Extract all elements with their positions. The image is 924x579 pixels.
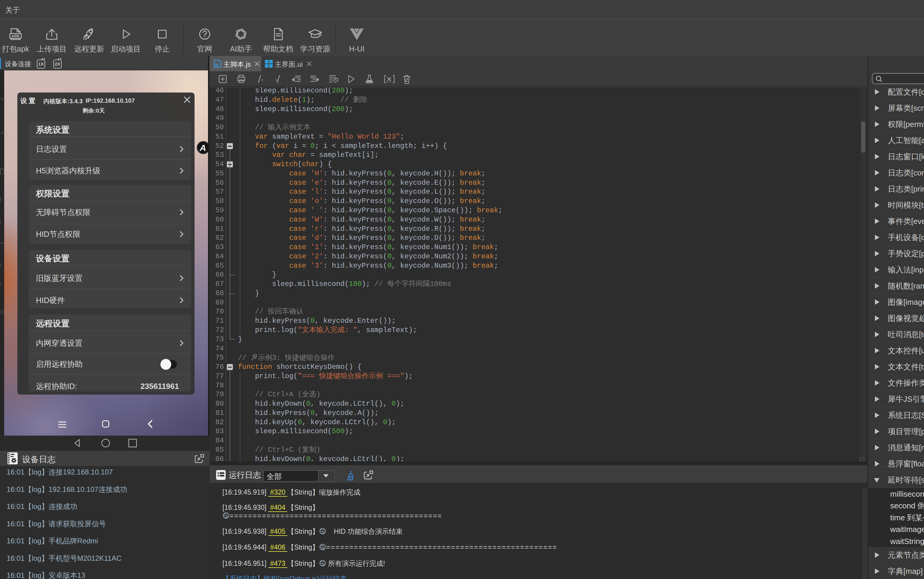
svg-text:*: * [261,79,264,84]
svg-text:*: * [275,79,278,84]
svg-text:APK: APK [11,34,20,38]
svg-text:JS: JS [215,63,219,67]
